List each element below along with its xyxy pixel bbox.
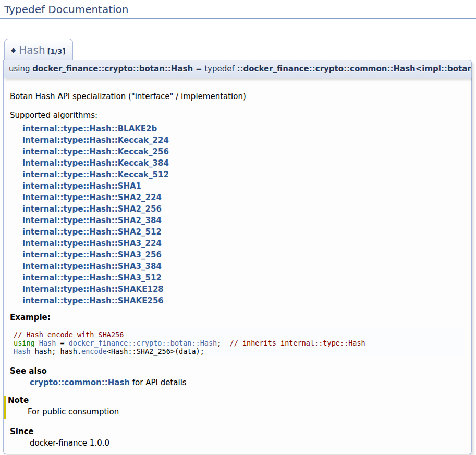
example-code-block: // Hash encode with SHA256using Hash = d… [10,328,465,358]
code-link[interactable]: docker_finance::crypto::botan::Hash [69,339,217,347]
note-label: Note [7,396,465,405]
code-token: using [14,339,35,347]
code-token: = [56,339,68,347]
member-tab-name: Hash [16,44,47,56]
code-token: hash; hash. [31,347,82,355]
algorithm-link[interactable]: internal::type::Hash::SHA3_384 [22,261,162,272]
code-link[interactable]: encode [81,347,107,355]
supported-algorithms-label: Supported algorithms: [10,110,465,120]
code-token [35,339,39,347]
example-label: Example: [10,313,465,322]
see-also-link[interactable]: crypto::common::Hash [30,378,130,387]
code-token: <Hash::SHA2_256>(data); [107,347,204,355]
see-also-label: See also [10,366,465,376]
note-text: For public consumption [28,407,465,416]
algorithm-link[interactable]: internal::type::Hash::SHA3_512 [22,272,162,284]
code-token: ; [217,339,229,347]
proto-segment: docker_finance::crypto::botan::Hash [32,64,193,73]
code-link[interactable]: Hash [14,347,31,355]
member-prototype: using docker_finance::crypto::botan::Has… [3,60,472,78]
algorithm-link[interactable]: internal::type::Hash::Keccak_384 [22,157,169,169]
algorithm-link[interactable]: internal::type::Hash::SHA2_384 [22,215,162,226]
algorithm-link[interactable]: internal::type::Hash::SHA2_224 [22,192,162,203]
code-token: // inherits internal::type::Hash [230,339,365,347]
algorithm-link[interactable]: internal::type::Hash::SHAKE128 [22,284,164,295]
member-tab: ◆Hash[1/3] [4,39,73,60]
since-section: Since docker-finance 1.0.0 [10,427,465,448]
since-text: docker-finance 1.0.0 [30,438,465,448]
proto-segment: = typedef [193,64,237,73]
proto-segment: using [9,64,32,73]
typedef-member-hash: ◆Hash[1/3] using docker_finance::crypto:… [3,39,472,454]
proto-segment: ::docker_finance::crypto::common::Hash<i… [237,64,472,73]
see-also-entry: crypto::common::Hash for API details [30,378,465,387]
permalink-diamond-icon[interactable]: ◆ [11,46,16,54]
algorithm-link[interactable]: internal::type::Hash::SHA1 [22,180,141,192]
algorithm-link[interactable]: internal::type::Hash::SHA3_256 [22,249,162,261]
algorithm-link[interactable]: internal::type::Hash::Keccak_256 [22,146,169,157]
page-title: Typedef Documentation [0,0,476,19]
note-section: Note For public consumption [4,396,465,419]
algorithm-link[interactable]: internal::type::Hash::Keccak_512 [22,169,169,180]
since-label: Since [10,427,465,436]
code-line: using Hash = docker_finance::crypto::bot… [14,339,461,347]
code-line: Hash hash; hash.encode<Hash::SHA2_256>(d… [14,347,461,355]
algorithm-link[interactable]: internal::type::Hash::SHA2_512 [22,226,162,238]
algorithm-link[interactable]: internal::type::Hash::BLAKE2b [22,123,157,134]
algorithm-link[interactable]: internal::type::Hash::SHAKE256 [22,295,164,306]
member-doc-body: Botan Hash API specialization ("interfac… [3,78,472,454]
code-link[interactable]: Hash [39,339,56,347]
member-description: Botan Hash API specialization ("interfac… [10,92,465,101]
algorithm-link[interactable]: internal::type::Hash::SHA2_256 [22,203,162,215]
code-token: // Hash encode with SHA256 [14,330,124,339]
member-tab-index: [1/3] [47,47,66,55]
algorithm-link[interactable]: internal::type::Hash::Keccak_224 [22,134,169,146]
code-line: // Hash encode with SHA256 [14,330,461,339]
see-also-suffix: for API details [130,378,187,387]
see-also-section: See also crypto::common::Hash for API de… [10,366,465,387]
supported-algorithms-list: internal::type::Hash::BLAKE2binternal::t… [22,123,465,306]
algorithm-link[interactable]: internal::type::Hash::SHA3_224 [22,238,162,249]
